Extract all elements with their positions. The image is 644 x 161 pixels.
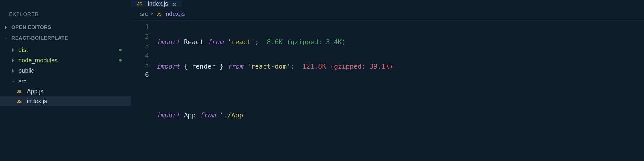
code-lines[interactable]: import React from 'react'; 8.6K (gzipped… bbox=[156, 22, 644, 161]
tree-item-label: src bbox=[18, 78, 27, 85]
tab-label: index.js bbox=[148, 0, 168, 7]
line-number: 2 bbox=[131, 32, 149, 41]
chevron-right-icon bbox=[11, 58, 16, 63]
breadcrumb[interactable]: src JS index.js bbox=[131, 7, 644, 21]
chevron-down-icon bbox=[11, 79, 16, 84]
tree-item-label: dist bbox=[18, 47, 28, 53]
project-section[interactable]: REACT-BOILERPLATE bbox=[0, 33, 131, 44]
tab-bar: JS index.js bbox=[131, 0, 644, 7]
breadcrumb-folder[interactable]: src bbox=[140, 10, 148, 17]
sidebar: EXPLORER OPEN EDITORS REACT-BOILERPLATE … bbox=[0, 0, 131, 161]
code-line[interactable]: import React from 'react'; 8.6K (gzipped… bbox=[156, 37, 644, 47]
code-line[interactable]: render(<App />, document.getElementById(… bbox=[156, 160, 644, 161]
code-line[interactable] bbox=[156, 86, 644, 96]
code-line[interactable]: import { render } from 'react-dom'; 121.… bbox=[156, 62, 644, 71]
tab-index-js[interactable]: JS index.js bbox=[131, 0, 182, 7]
folder-public[interactable]: public bbox=[0, 66, 131, 76]
code-line[interactable] bbox=[156, 135, 644, 145]
folder-dist[interactable]: dist bbox=[0, 45, 131, 55]
chevron-right-icon bbox=[11, 48, 16, 52]
line-number: 1 bbox=[131, 22, 149, 32]
tree-item-label: public bbox=[18, 67, 34, 74]
chevron-right-icon bbox=[151, 10, 154, 17]
folder-src[interactable]: src bbox=[0, 76, 131, 86]
breadcrumb-file[interactable]: index.js bbox=[165, 10, 185, 17]
folder-node-modules[interactable]: node_modules bbox=[0, 55, 131, 66]
explorer-title: EXPLORER bbox=[0, 9, 131, 22]
file-index-js[interactable]: JS index.js bbox=[0, 96, 131, 106]
code-editor[interactable]: 1 2 3 4 5 6 import React from 'react'; 8… bbox=[131, 21, 644, 161]
line-number: 6 bbox=[131, 70, 149, 80]
code-line[interactable]: import App from './App' bbox=[156, 111, 644, 120]
chevron-right-icon bbox=[11, 69, 16, 73]
tree-item-label: index.js bbox=[27, 98, 47, 105]
open-editors-label: OPEN EDITORS bbox=[11, 24, 51, 30]
chevron-right-icon bbox=[4, 25, 8, 30]
editor-area: JS index.js src JS index.js 1 2 3 4 5 6 … bbox=[131, 0, 644, 161]
modified-dot-icon bbox=[119, 59, 122, 62]
open-editors-section[interactable]: OPEN EDITORS bbox=[0, 22, 131, 33]
js-file-icon: JS bbox=[157, 12, 162, 16]
js-file-icon: JS bbox=[17, 99, 24, 104]
file-app-js[interactable]: JS App.js bbox=[0, 86, 131, 96]
project-label: REACT-BOILERPLATE bbox=[11, 35, 68, 41]
line-gutter: 1 2 3 4 5 6 bbox=[131, 22, 156, 161]
modified-dot-icon bbox=[119, 49, 122, 51]
tree-item-label: App.js bbox=[27, 88, 44, 95]
line-number: 5 bbox=[131, 61, 149, 70]
close-icon[interactable] bbox=[172, 1, 177, 6]
line-number: 3 bbox=[131, 41, 149, 51]
line-number: 4 bbox=[131, 51, 149, 61]
import-cost-hint: 8.6K (gzipped: 3.4K) bbox=[267, 38, 346, 46]
import-cost-hint: 121.8K (gzipped: 39.1K) bbox=[302, 63, 393, 70]
chevron-down-icon bbox=[4, 36, 8, 41]
js-file-icon: JS bbox=[17, 89, 24, 94]
tree-item-label: node_modules bbox=[18, 57, 58, 64]
file-tree: dist node_modules public src JS App.js J… bbox=[0, 44, 131, 106]
js-file-icon: JS bbox=[137, 1, 144, 6]
